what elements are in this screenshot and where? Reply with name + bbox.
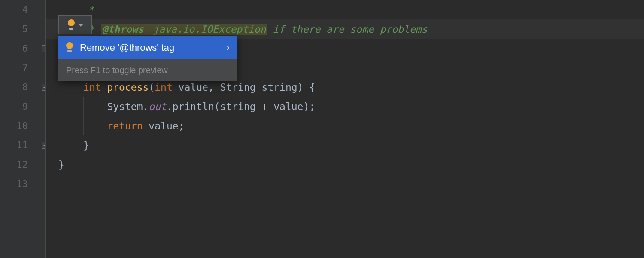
static-field: out — [149, 101, 167, 112]
code-editor: 4 5 6– 7 8– 9 10 11– 12 13 * * @throws j… — [0, 0, 644, 258]
gutter-row: 12 — [0, 155, 45, 174]
lightbulb-icon — [65, 42, 74, 53]
gutter-row: 9 — [0, 97, 45, 116]
chevron-down-icon — [78, 24, 83, 27]
intention-item-remove-throws[interactable]: Remove '@throws' tag › — [58, 36, 237, 59]
line-number: 9 — [22, 101, 28, 112]
code-line[interactable]: System.out.println(string + value); — [46, 97, 644, 116]
line-number: 11 — [17, 140, 28, 150]
code-area[interactable]: * * @throws java.io.IOException if there… — [45, 0, 644, 258]
gutter-row: 5 — [0, 19, 45, 39]
gutter-row: 13 — [0, 174, 45, 194]
code-line[interactable]: } — [46, 135, 644, 155]
gutter: 4 5 6– 7 8– 9 10 11– 12 13 — [0, 0, 45, 258]
gutter-row: 6– — [0, 39, 45, 58]
lightbulb-icon — [67, 19, 76, 31]
line-number: 13 — [17, 178, 28, 189]
code-line[interactable]: } — [46, 155, 644, 174]
gutter-row: 8– — [0, 77, 45, 97]
intention-popup-hint: Press F1 to toggle preview — [58, 59, 237, 81]
chevron-right-icon: › — [227, 42, 230, 53]
method-name: process — [107, 82, 149, 93]
indent-guide — [83, 97, 84, 116]
line-number: 10 — [17, 120, 28, 131]
line-number: 7 — [22, 62, 28, 73]
javadoc-throws-tag: @throws — [101, 24, 145, 35]
javadoc-description: if there are some problems — [273, 24, 427, 35]
gutter-row: 4 — [0, 0, 45, 19]
line-number: 4 — [22, 4, 28, 15]
gutter-row: 7 — [0, 58, 45, 77]
code-line[interactable]: * — [46, 0, 644, 19]
line-number: 6 — [22, 43, 28, 54]
line-number: 5 — [22, 24, 28, 34]
gutter-row: 10 — [0, 116, 45, 135]
javadoc-star: * — [89, 4, 95, 15]
javadoc-exception-type: java.io.IOException — [152, 24, 267, 35]
gutter-row: 11– — [0, 135, 45, 155]
intention-actions-popup: Remove '@throws' tag › Press F1 to toggl… — [58, 36, 237, 81]
indent-guide — [83, 116, 84, 135]
line-number: 12 — [17, 159, 28, 170]
code-line[interactable]: return value; — [46, 116, 644, 135]
intention-bulb-button[interactable] — [58, 15, 92, 34]
intention-item-label: Remove '@throws' tag — [80, 42, 221, 53]
line-number: 8 — [22, 82, 28, 92]
